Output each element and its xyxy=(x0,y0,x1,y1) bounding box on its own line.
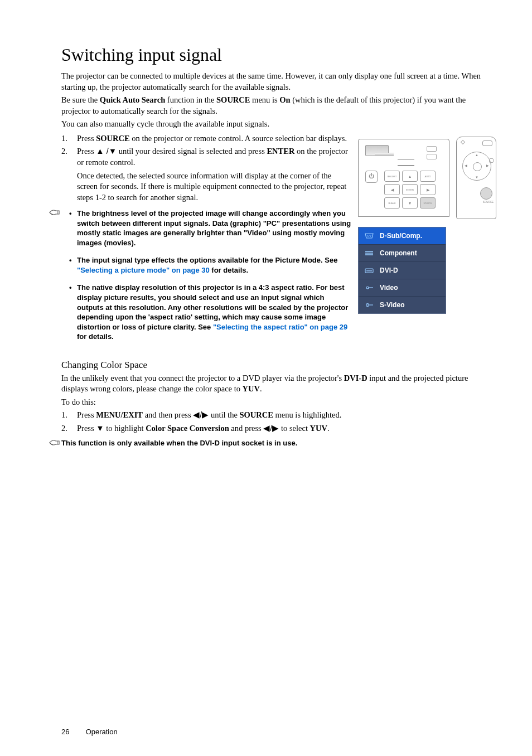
source-svideo: S-Video xyxy=(359,297,446,313)
svg-point-3 xyxy=(370,235,371,236)
remote-source-button xyxy=(480,187,492,200)
step-1: 1. Press SOURCE on the projector or remo… xyxy=(77,133,351,144)
final-note: This function is only available when the… xyxy=(61,439,496,447)
color-step-1: 1. Press MENU/EXIT and then press ◀/▶ un… xyxy=(77,410,496,421)
vga-icon xyxy=(364,232,374,240)
note-block: The brightness level of the projected im… xyxy=(61,209,351,342)
svg-point-1 xyxy=(367,235,368,236)
svg-point-16 xyxy=(367,305,367,306)
footer-section: Operation xyxy=(86,728,118,736)
intro-paragraph-1: The projector can be connected to multip… xyxy=(61,71,496,93)
note-icon xyxy=(49,439,61,447)
step-2: 2. Press ▲ /▼ until your desired signal … xyxy=(77,146,351,203)
svg-point-13 xyxy=(366,303,369,306)
source-dvid: DVI-D xyxy=(359,262,446,279)
link-picture-mode[interactable]: "Selecting a picture mode" on page 30 xyxy=(77,266,210,274)
note-bullet-3: The native display resolution of this pr… xyxy=(77,283,351,341)
page-title: Switching input signal xyxy=(61,45,496,65)
link-aspect-ratio[interactable]: "Selecting the aspect ratio" on page 29 xyxy=(213,323,347,331)
source-video: Video xyxy=(359,279,446,297)
svideo-icon xyxy=(364,301,374,309)
svg-rect-10 xyxy=(366,270,372,272)
color-space-paragraph: In the unlikely event that you connect t… xyxy=(61,373,496,395)
page-number: 26 xyxy=(61,728,84,736)
subheading-color-space: Changing Color Space xyxy=(61,360,496,371)
svg-point-15 xyxy=(367,304,368,304)
panel-source-button xyxy=(420,197,436,209)
color-step-2: 2. Press ▼ to highlight Color Space Conv… xyxy=(77,423,496,434)
svg-point-5 xyxy=(370,236,371,238)
source-dsub: D-Sub/Comp. xyxy=(359,227,446,245)
component-icon xyxy=(364,249,374,257)
page-footer: 26 Operation xyxy=(61,728,118,736)
source-selection-menu: D-Sub/Comp. Component DVI-D Video S-Vide… xyxy=(358,227,446,314)
remote-diagram: ▲▼◀▶ SOURCE xyxy=(456,137,496,219)
note-bullet-1: The brightness level of the projected im… xyxy=(77,209,351,248)
svg-point-14 xyxy=(366,304,367,304)
source-component: Component xyxy=(359,245,446,262)
svg-point-4 xyxy=(367,236,369,238)
note-icon xyxy=(49,209,61,216)
svg-point-11 xyxy=(366,287,369,289)
video-icon xyxy=(364,284,374,292)
dvi-icon xyxy=(364,266,374,274)
control-panel-diagram: ▲▼◀▶ SOURCE xyxy=(358,133,496,220)
intro-paragraph-3: You can also manually cycle through the … xyxy=(61,119,496,130)
power-button-icon xyxy=(365,171,378,183)
to-do-this: To do this: xyxy=(61,397,496,408)
svg-point-2 xyxy=(369,235,370,236)
intro-paragraph-2: Be sure the Quick Auto Search function i… xyxy=(61,95,496,117)
note-bullet-2: The input signal type effects the option… xyxy=(77,255,351,275)
